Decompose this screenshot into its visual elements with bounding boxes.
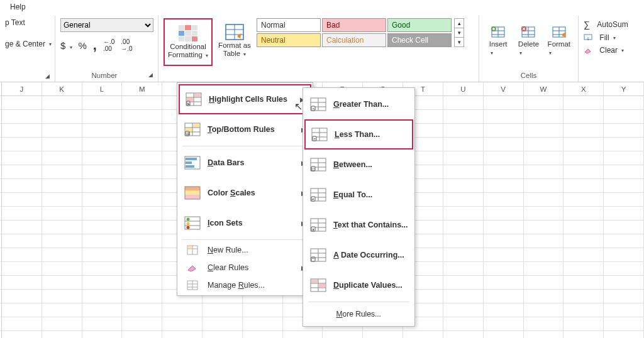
icon-sets-item[interactable]: Icon Sets ▶: [179, 208, 311, 238]
data-bars-icon: [184, 155, 201, 170]
col-header[interactable]: W: [524, 82, 564, 95]
svg-rect-91: [311, 257, 315, 261]
ribbon: p Text ge & Center▾ ◢ General $ ▾ % , ←.…: [0, 16, 644, 82]
svg-rect-41: [185, 195, 200, 199]
svg-text:<: <: [314, 137, 316, 141]
decrease-decimal-button[interactable]: ←.0.00: [103, 38, 114, 52]
clear-button[interactable]: Clear ▾: [584, 46, 633, 55]
fill-icon: [584, 34, 592, 41]
increase-decimal-button[interactable]: .00→.0: [121, 38, 132, 52]
help-tab[interactable]: Help: [4, 0, 32, 14]
svg-rect-24: [194, 94, 201, 97]
number-launcher-icon[interactable]: ◢: [148, 72, 153, 78]
svg-rect-23: [187, 98, 193, 101]
wrap-text-button[interactable]: p Text: [5, 18, 50, 27]
insert-button[interactable]: Insert▾: [484, 18, 512, 63]
col-header[interactable]: M: [122, 82, 162, 95]
data-bars-item[interactable]: Data Bars ▶: [179, 148, 311, 178]
percent-button[interactable]: %: [79, 40, 87, 51]
scroll-more-icon[interactable]: ▾: [455, 38, 464, 46]
duplicate-values-icon: [309, 278, 327, 293]
svg-text:=: =: [312, 197, 314, 201]
date-occurring-item[interactable]: A Date Occurring...: [304, 240, 413, 270]
col-header[interactable]: J: [2, 82, 42, 95]
merge-center-button[interactable]: ge & Center▾: [5, 40, 50, 48]
text-contains-item[interactable]: a Text that Contains...: [304, 210, 413, 240]
conditional-formatting-button[interactable]: ConditionalFormatting ▾: [164, 18, 213, 66]
clear-icon: [584, 46, 592, 54]
scroll-down-icon[interactable]: ▾: [455, 28, 464, 38]
cell-style-check-cell[interactable]: Check Cell: [387, 33, 452, 47]
svg-rect-38: [186, 165, 194, 168]
alignment-launcher-icon[interactable]: ◢: [45, 73, 50, 79]
format-as-table-icon: [225, 24, 244, 40]
comma-button[interactable]: ,: [93, 42, 97, 48]
manage-rules-item[interactable]: Manage Rules...: [179, 276, 311, 294]
col-header[interactable]: Y: [604, 82, 644, 95]
text-contains-icon: a: [309, 217, 327, 232]
scroll-up-icon[interactable]: ▴: [455, 19, 464, 28]
svg-rect-32: [186, 128, 192, 131]
svg-rect-37: [186, 161, 192, 164]
cell-styles-scroll[interactable]: ▴ ▾ ▾: [454, 18, 464, 47]
sigma-icon: ∑: [584, 19, 590, 30]
new-rule-item[interactable]: New Rule...: [179, 241, 311, 259]
conditional-formatting-menu: ≤ Highlight Cells Rules ▶ 10 Top/Bottom …: [177, 82, 313, 296]
cell-style-normal[interactable]: Normal: [257, 18, 321, 32]
color-scales-item[interactable]: Color Scales ▶: [179, 178, 311, 208]
insert-icon: [490, 25, 506, 39]
greater-than-icon: >: [309, 97, 327, 112]
less-than-icon: <: [311, 127, 328, 142]
cell-style-bad[interactable]: Bad: [322, 18, 386, 32]
format-as-table-button[interactable]: Format asTable ▾: [215, 18, 254, 63]
icon-sets-icon: [184, 215, 201, 231]
fill-button[interactable]: Fill ▾: [584, 33, 633, 42]
svg-text:10: 10: [186, 132, 190, 136]
delete-icon: [520, 25, 536, 39]
svg-rect-98: [319, 284, 325, 287]
cell-style-good[interactable]: Good: [387, 18, 452, 32]
cell-style-neutral[interactable]: Neutral: [257, 33, 321, 47]
svg-point-48: [187, 226, 190, 229]
highlight-cells-rules-item[interactable]: ≤ Highlight Cells Rules ▶: [179, 84, 311, 114]
number-format-select[interactable]: General: [60, 18, 153, 32]
svg-rect-40: [185, 190, 200, 195]
col-header[interactable]: L: [82, 82, 123, 95]
clear-rules-item[interactable]: Clear Rules ▶: [179, 259, 311, 276]
equal-to-item[interactable]: = Equal To...: [304, 180, 413, 210]
highlight-rules-icon: ≤: [185, 92, 203, 107]
svg-rect-52: [188, 246, 192, 248]
greater-than-item[interactable]: > Greater Than...: [304, 89, 413, 119]
clear-rules-icon: [184, 260, 201, 275]
col-header[interactable]: V: [484, 82, 524, 95]
conditional-formatting-icon: [179, 25, 197, 41]
date-occurring-icon: [309, 248, 327, 263]
svg-rect-39: [185, 187, 200, 190]
currency-button[interactable]: $ ▾: [60, 40, 72, 51]
duplicate-values-item[interactable]: Duplicate Values...: [304, 270, 413, 300]
new-rule-icon: [184, 243, 201, 258]
col-header[interactable]: U: [443, 82, 484, 95]
col-header[interactable]: X: [564, 82, 604, 95]
cell-style-calculation[interactable]: Calculation: [322, 33, 386, 47]
svg-rect-36: [186, 158, 197, 160]
manage-rules-icon: [184, 278, 201, 293]
format-button[interactable]: Format▾: [545, 18, 573, 63]
highlight-cells-submenu: > Greater Than... < Less Than... [ ] Bet…: [303, 87, 415, 327]
less-than-item[interactable]: < Less Than...: [304, 119, 413, 150]
top-bottom-icon: 10: [184, 122, 201, 137]
between-item[interactable]: [ ] Between...: [304, 150, 413, 180]
svg-text:>: >: [313, 107, 315, 111]
between-icon: [ ]: [309, 157, 327, 172]
number-group-label: Number: [92, 72, 118, 79]
col-header[interactable]: K: [42, 82, 82, 95]
svg-rect-31: [193, 124, 199, 127]
format-icon: [551, 25, 567, 39]
autosum-button[interactable]: ∑ AutoSum: [584, 19, 633, 30]
svg-text:[ ]: [ ]: [312, 167, 315, 171]
delete-button[interactable]: Delete▾: [514, 18, 542, 63]
top-bottom-rules-item[interactable]: 10 Top/Bottom Rules ▶: [179, 114, 311, 144]
svg-point-47: [187, 222, 190, 226]
cells-group-label: Cells: [484, 72, 573, 82]
more-rules-item[interactable]: More Rules...: [304, 303, 413, 325]
